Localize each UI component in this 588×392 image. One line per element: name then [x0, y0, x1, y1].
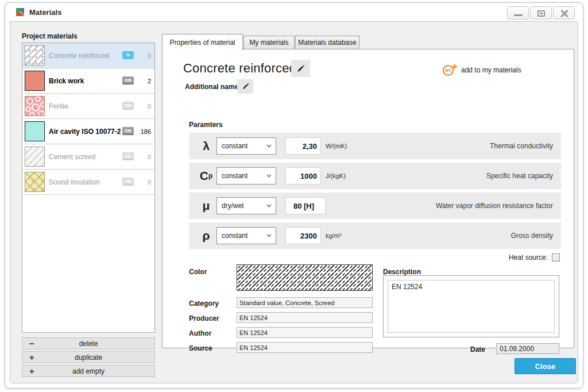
- rho-mode-select[interactable]: constant: [216, 227, 276, 244]
- badge-database: DB: [122, 152, 134, 160]
- tab-my-materials[interactable]: My materials: [243, 36, 295, 49]
- add-to-my-materials-button[interactable]: MY + add to my materials: [443, 63, 521, 77]
- heat-source-checkbox[interactable]: [552, 253, 560, 262]
- material-name: Air cavity ISO 10077-2: [49, 119, 121, 144]
- param-row-rho: ρ constant kg/m³ Gross density: [189, 222, 561, 249]
- lambda-unit: W/(mK): [326, 133, 347, 159]
- source-input[interactable]: [237, 342, 373, 353]
- rho-unit: kg/m³: [326, 222, 342, 249]
- tab-label: My materials: [249, 39, 288, 47]
- delete-button[interactable]: − delete: [22, 337, 155, 349]
- mu-symbol: μ: [197, 193, 215, 219]
- usage-count: 0: [137, 43, 151, 68]
- badge-database: DB: [122, 127, 134, 135]
- material-swatch-air-cavity: [25, 121, 45, 141]
- author-input[interactable]: [237, 327, 373, 338]
- chevron-down-icon: [266, 204, 272, 207]
- list-item-air-cavity[interactable]: Air cavity ISO 10077-2 DB 186: [22, 119, 154, 144]
- edit-name-button[interactable]: [291, 60, 310, 77]
- restore-button[interactable]: [530, 6, 552, 20]
- list-item-cement-screed[interactable]: Cement screed DB 0: [22, 144, 154, 170]
- cp-unit: J/(kgK): [326, 163, 346, 189]
- my-materials-plus-icon: MY +: [443, 63, 457, 77]
- material-color-swatch[interactable]: [237, 264, 373, 291]
- minimize-button[interactable]: [507, 6, 529, 20]
- minimize-icon: [514, 14, 523, 16]
- cp-symbol: Cp: [197, 163, 215, 189]
- chevron-down-icon: [266, 144, 272, 148]
- duplicate-button[interactable]: + duplicate: [22, 351, 155, 363]
- list-item-brick-work[interactable]: Brick work DB 2: [22, 68, 154, 94]
- add-empty-button[interactable]: + add empty: [22, 365, 155, 377]
- material-swatch-perlite: [25, 96, 45, 116]
- lambda-mode-select[interactable]: constant: [216, 137, 276, 155]
- dialog-content: Project materials Concrete reinforced N …: [10, 21, 578, 383]
- delete-button-label: delete: [79, 340, 98, 348]
- duplicate-button-label: duplicate: [75, 353, 102, 362]
- close-button[interactable]: Close: [514, 358, 576, 374]
- cp-mode-select[interactable]: constant: [216, 167, 276, 185]
- producer-input[interactable]: [237, 312, 373, 323]
- app-logo-icon: [16, 7, 25, 17]
- project-materials-list: Concrete reinforced N 0 Brick work DB 2: [22, 43, 155, 333]
- mu-description: Water vapor diffusion resistance factor: [436, 193, 553, 219]
- chevron-down-icon: [266, 174, 272, 178]
- badge-database: DB: [122, 102, 134, 110]
- restore-icon: [537, 10, 545, 17]
- usage-count: 2: [137, 68, 151, 93]
- lambda-value-input[interactable]: [285, 137, 321, 155]
- tab-materials-database[interactable]: Materials database: [295, 36, 359, 49]
- cp-description: Specific heat capacity: [486, 163, 553, 189]
- usage-count: 0: [137, 144, 151, 169]
- author-label: Author: [189, 329, 211, 337]
- tab-properties-of-material[interactable]: Properties of material: [162, 34, 243, 50]
- badge-database: DB: [122, 76, 134, 84]
- pencil-icon: [296, 64, 305, 73]
- plus-icon: +: [29, 352, 34, 363]
- material-name: Perlite: [49, 94, 68, 118]
- window: Materials Project materials: [5, 2, 583, 389]
- additional-name-label: Additional name: [185, 83, 238, 91]
- materials-dialog: Materials Project materials: [0, 0, 588, 392]
- mu-value-input[interactable]: [285, 197, 326, 214]
- badge-database: DB: [122, 178, 134, 186]
- description-textarea[interactable]: EN 12524: [388, 280, 555, 333]
- usage-count: 0: [137, 170, 151, 194]
- pencil-icon: [242, 83, 249, 90]
- lambda-symbol: λ: [197, 133, 215, 159]
- description-label: Description: [383, 268, 421, 276]
- minus-icon: −: [29, 338, 34, 349]
- rho-symbol: ρ: [197, 222, 215, 249]
- usage-count: 186: [137, 119, 151, 144]
- list-item-perlite[interactable]: Perlite DB 0: [22, 94, 154, 119]
- lambda-description: Thermal conductivity: [490, 133, 553, 159]
- material-name: Concrete reinforced: [49, 43, 109, 68]
- description-box: EN 12524: [383, 275, 559, 337]
- badge-new: N: [122, 51, 134, 59]
- mu-mode-select[interactable]: dry/wet: [216, 197, 276, 214]
- material-swatch-cement: [25, 147, 45, 167]
- material-swatch-insulation: [25, 172, 45, 192]
- close-window-button[interactable]: [553, 6, 575, 20]
- cp-value-input[interactable]: [285, 167, 321, 185]
- material-title: Concrete reinforced: [183, 61, 296, 76]
- title-bar[interactable]: Materials: [5, 3, 583, 21]
- date-input[interactable]: [496, 343, 559, 354]
- producer-label: Producer: [189, 314, 219, 322]
- category-input[interactable]: [237, 297, 373, 308]
- tab-label: Properties of material: [169, 39, 235, 47]
- usage-count: 0: [137, 94, 151, 118]
- heat-source-label: Heat source:: [509, 253, 548, 262]
- edit-additional-name-button[interactable]: [237, 79, 253, 94]
- project-materials-title: Project materials: [22, 32, 78, 40]
- material-name: Cement screed: [49, 144, 95, 169]
- list-item-concrete-reinforced[interactable]: Concrete reinforced N 0: [22, 43, 154, 68]
- category-label: Category: [189, 299, 219, 308]
- material-name: Sound insulation: [49, 170, 100, 194]
- rho-description: Gross density: [511, 222, 553, 249]
- list-item-sound-insulation[interactable]: Sound insulation DB 0: [22, 170, 154, 195]
- material-name: Brick work: [49, 68, 84, 93]
- material-swatch-brick: [25, 71, 45, 91]
- window-title: Materials: [29, 8, 61, 17]
- rho-value-input[interactable]: [285, 227, 321, 244]
